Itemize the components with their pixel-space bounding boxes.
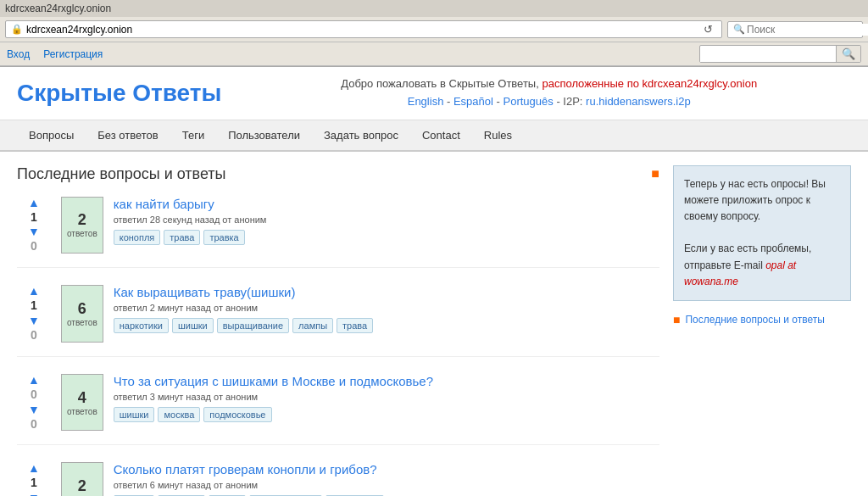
answer-count-box: 2 ответов <box>61 462 103 496</box>
vote-up-button[interactable]: ▲ <box>28 285 40 297</box>
question-title-link[interactable]: Сколько платят гроверам конопли и грибов… <box>114 462 659 476</box>
secure-icon: 🔒 <box>11 24 23 35</box>
nav-users[interactable]: Пользователи <box>216 120 312 150</box>
question-title-link[interactable]: как найти барыгу <box>114 197 659 211</box>
question-meta: ответил 2 минут назад от аноним <box>114 303 659 313</box>
answer-count: 2 <box>78 477 86 495</box>
sidebar: Теперь у нас есть опросы! Вы можете прил… <box>673 165 851 496</box>
vote-down-button[interactable]: ▼ <box>28 315 40 326</box>
sidebar-promo-text: Теперь у нас есть опросы! Вы можете прил… <box>684 176 840 226</box>
reload-button[interactable]: ↺ <box>700 23 716 36</box>
meta-verb: ответил <box>114 392 147 402</box>
rss-icon[interactable]: ■ <box>651 166 659 181</box>
sidebar-promo-box: Теперь у нас есть опросы! Вы можете прил… <box>673 165 851 301</box>
main-layout: Последние вопросы и ответы ■ ▲ 1 ▼ 0 2 о… <box>0 152 868 496</box>
opal-link[interactable]: opal at wowana.me <box>684 259 796 287</box>
tags-list: шишкимоскваподмосковье <box>114 407 659 422</box>
tag[interactable]: трава <box>164 230 200 245</box>
site-nav: Вопросы Без ответов Теги Пользователи За… <box>0 120 868 152</box>
sidebar-rss-label: Последние вопросы и ответы <box>685 314 824 326</box>
questions-list: ▲ 1 ▼ 0 2 ответов как найти барыгу ответ… <box>17 197 659 496</box>
address-input[interactable] <box>26 24 700 36</box>
address-bar-wrap: 🔒 ↺ <box>5 20 722 38</box>
question-title-link[interactable]: Как выращивать траву(шишки) <box>114 285 659 299</box>
site-header: Скрытые Ответы Добро пожаловать в Скрыты… <box>0 67 868 120</box>
question-meta: ответил 6 минут назад от аноним <box>114 480 659 490</box>
answer-count: 4 <box>78 389 86 407</box>
answer-count-box: 2 ответов <box>61 197 103 254</box>
tag[interactable]: шишки <box>172 318 214 333</box>
toolbar2-search-wrap: 🔍 <box>699 45 861 63</box>
page-title-row: Последние вопросы и ответы ■ <box>17 165 659 183</box>
tag[interactable]: выращивание <box>217 318 289 333</box>
toolbar2-register-link[interactable]: Регистрация <box>43 48 103 60</box>
meta-time: 3 минут назад от аноним <box>150 392 258 402</box>
browser-toolbar2: Вход Регистрация 🔍 <box>0 42 868 66</box>
meta-verb: ответил <box>114 303 147 313</box>
question-body: Сколько платят гроверам конопли и грибов… <box>114 462 659 496</box>
page-title: Последние вопросы и ответы <box>17 165 226 183</box>
question-item-0: ▲ 1 ▼ 0 2 ответов как найти барыгу ответ… <box>17 197 659 269</box>
question-item-1: ▲ 1 ▼ 0 6 ответов Как выращивать траву(ш… <box>17 285 659 357</box>
question-title-link[interactable]: Что за ситуация с шишками в Москве и под… <box>114 374 659 388</box>
browser-toolbar: 🔒 ↺ 🔍 🔍 <box>0 17 868 42</box>
tag[interactable]: травка <box>203 230 244 245</box>
vote-box: ▲ 1 ▼ 0 <box>17 462 51 496</box>
vote-up-count: 1 <box>31 298 37 313</box>
vote-down-button[interactable]: ▼ <box>28 226 40 237</box>
nav-ask[interactable]: Задать вопрос <box>312 120 410 150</box>
site-onion-link[interactable]: расположенные по kdrcxean24rxglcy.onion <box>542 77 757 90</box>
lang-english-link[interactable]: English <box>408 95 444 108</box>
site-title: Скрытые Ответы <box>17 80 221 107</box>
header-links: English - Español - Português - I2P: ru.… <box>247 93 851 111</box>
answer-count-box: 4 ответов <box>61 374 103 432</box>
nav-questions[interactable]: Вопросы <box>17 120 86 150</box>
meta-verb: ответил <box>114 215 147 225</box>
question-body: Как выращивать траву(шишки) ответил 2 ми… <box>114 285 659 343</box>
tag[interactable]: конопля <box>114 230 161 245</box>
answer-count: 2 <box>78 211 86 229</box>
vote-up-button[interactable]: ▲ <box>28 374 40 386</box>
tab-title: kdrcxean24rxglcy.onion <box>5 3 111 14</box>
answer-label: ответов <box>67 407 97 416</box>
question-meta: ответил 3 минут назад от аноним <box>114 392 659 402</box>
vote-down-button[interactable]: ▼ <box>28 492 40 496</box>
tag[interactable]: подмосковье <box>203 407 271 422</box>
vote-up-count: 1 <box>31 210 37 225</box>
vote-down-count: 0 <box>31 239 37 254</box>
tags-list: наркотикишишкивыращиваниелампытрава <box>114 318 659 333</box>
question-item-3: ▲ 1 ▼ 0 2 ответов Сколько платят гровера… <box>17 462 659 496</box>
tag[interactable]: лампы <box>292 318 333 333</box>
toolbar2-search-button[interactable]: 🔍 <box>836 46 860 62</box>
search-bar-wrap: 🔍 🔍 <box>727 21 863 38</box>
vote-up-count: 1 <box>31 476 37 490</box>
lang-espanol-link[interactable]: Español <box>453 95 493 108</box>
nav-contact[interactable]: Contact <box>410 120 472 150</box>
tag[interactable]: шишки <box>114 407 155 422</box>
toolbar2-search-input[interactable] <box>700 47 836 62</box>
tag[interactable]: наркотики <box>114 318 169 333</box>
answer-count: 6 <box>78 300 86 318</box>
sidebar-rss-link[interactable]: ■ Последние вопросы и ответы <box>673 313 851 326</box>
vote-down-button[interactable]: ▼ <box>28 404 40 415</box>
question-body: Что за ситуация с шишками в Москве и под… <box>114 374 659 432</box>
i2p-label: I2P: <box>563 95 582 108</box>
tag[interactable]: трава <box>337 318 373 333</box>
vote-up-button[interactable]: ▲ <box>28 197 40 209</box>
browser-chrome: kdrcxean24rxglcy.onion 🔒 ↺ 🔍 🔍 Вход Реги… <box>0 0 868 67</box>
lang-portugues-link[interactable]: Português <box>504 95 554 108</box>
meta-time: 28 секунд назад от аноним <box>150 215 267 225</box>
search-logo-icon: 🔍 <box>733 24 745 35</box>
browser-search-input[interactable] <box>747 24 868 36</box>
header-text: Добро пожаловать в Скрытые Ответы, распо… <box>247 75 851 111</box>
nav-tags[interactable]: Теги <box>170 120 216 150</box>
nav-rules[interactable]: Rules <box>472 120 524 150</box>
tag[interactable]: москва <box>158 407 200 422</box>
meta-time: 2 минут назад от аноним <box>150 303 258 313</box>
page-container: Скрытые Ответы Добро пожаловать в Скрыты… <box>0 67 868 496</box>
answer-label: ответов <box>67 318 97 327</box>
toolbar2-login-link[interactable]: Вход <box>7 48 30 60</box>
i2p-link[interactable]: ru.hiddenanswers.i2p <box>586 95 691 108</box>
nav-unanswered[interactable]: Без ответов <box>86 120 170 150</box>
vote-up-button[interactable]: ▲ <box>28 462 40 474</box>
